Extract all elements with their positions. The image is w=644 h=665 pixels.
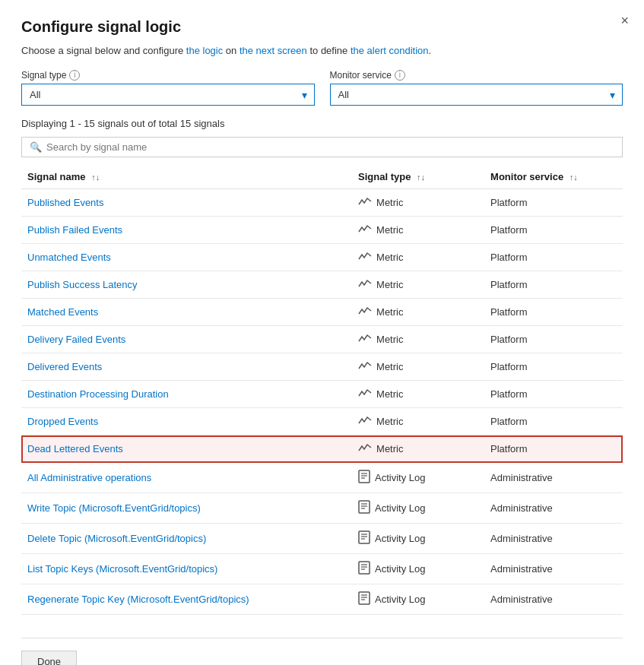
signal-name-cell[interactable]: List Topic Keys (Microsoft.EventGrid/top… [21,554,352,584]
signal-name-link[interactable]: Matched Events [27,306,98,318]
metric-icon [358,388,372,401]
signal-name-link[interactable]: Delivery Failed Events [27,334,125,345]
signal-type-cell: Metric [352,408,484,435]
monitor-service-cell: Administrative [484,463,623,493]
table-row[interactable]: Publish Success Latency MetricPlatform [21,271,623,299]
signal-name-link[interactable]: Unmatched Events [27,252,111,263]
signal-name-link[interactable]: Destination Processing Duration [27,388,169,400]
signal-name-cell[interactable]: Matched Events [21,299,352,326]
signal-type-select[interactable]: All Metric Activity Log [21,84,315,106]
signal-name-link[interactable]: Dropped Events [27,416,98,427]
table-row[interactable]: Write Topic (Microsoft.EventGrid/topics)… [21,493,623,524]
col-header-signal-type[interactable]: Signal type ↑↓ [352,165,484,189]
table-row[interactable]: Dropped Events MetricPlatform [21,408,623,435]
close-button[interactable]: × [620,14,629,27]
signal-type-cell: Metric [352,353,484,381]
signal-name-link[interactable]: List Topic Keys (Microsoft.EventGrid/top… [27,563,217,575]
signal-name-cell[interactable]: Publish Success Latency [21,271,352,299]
table-header-row: Signal name ↑↓ Signal type ↑↓ Monitor se… [21,165,623,189]
monitor-service-select[interactable]: All Platform Administrative [330,84,623,106]
metric-icon [358,415,372,428]
signal-name-cell[interactable]: Write Topic (Microsoft.EventGrid/topics) [21,493,352,524]
signal-name-cell[interactable]: Delivered Events [21,353,352,381]
signal-type-label: Metric [376,279,403,290]
signal-name-cell[interactable]: Delete Topic (Microsoft.EventGrid/topics… [21,524,352,554]
activity-log-icon [358,591,370,607]
col-header-monitor-service[interactable]: Monitor service ↑↓ [484,165,623,189]
signal-type-label: Metric [376,252,403,263]
display-count: Displaying 1 - 15 signals out of total 1… [21,118,623,129]
signal-type-label: Metric [376,416,403,427]
signal-name-cell[interactable]: Destination Processing Duration [21,381,352,408]
monitor-service-cell: Platform [484,326,623,353]
sort-icon-signal-name: ↑↓ [91,173,100,182]
monitor-service-cell: Administrative [484,493,623,524]
signal-type-cell: Activity Log [352,584,484,615]
monitor-service-cell: Platform [484,189,623,217]
table-row[interactable]: List Topic Keys (Microsoft.EventGrid/top… [21,554,623,584]
signal-name-link[interactable]: Delete Topic (Microsoft.EventGrid/topics… [27,533,206,544]
table-row[interactable]: Unmatched Events MetricPlatform [21,244,623,271]
signal-type-cell: Metric [352,381,484,408]
monitor-service-cell: Administrative [484,554,623,584]
search-input[interactable] [46,141,614,153]
table-row[interactable]: Delete Topic (Microsoft.EventGrid/topics… [21,524,623,554]
monitor-service-cell: Platform [484,244,623,271]
signal-type-cell: Activity Log [352,524,484,554]
signal-type-cell: Activity Log [352,493,484,524]
done-button[interactable]: Done [21,651,77,665]
signals-table: Signal name ↑↓ Signal type ↑↓ Monitor se… [21,165,623,615]
signal-name-link[interactable]: Publish Success Latency [27,279,138,290]
signal-name-cell[interactable]: Unmatched Events [21,244,352,271]
table-row[interactable]: Matched Events MetricPlatform [21,299,623,326]
table-row[interactable]: Publish Failed Events MetricPlatform [21,217,623,244]
signal-type-cell: Activity Log [352,554,484,584]
signal-type-cell: Activity Log [352,463,484,493]
svg-rect-8 [359,531,370,543]
signal-type-label: Activity Log [375,563,425,575]
metric-icon [358,251,372,264]
signal-name-cell[interactable]: Regenerate Topic Key (Microsoft.EventGri… [21,584,352,615]
signal-name-cell[interactable]: Dropped Events [21,408,352,435]
signal-type-label: Activity Log [375,502,425,514]
table-row[interactable]: All Administrative operations Activity L… [21,463,623,493]
signal-name-link[interactable]: All Administrative operations [27,472,151,483]
signal-type-select-wrapper: All Metric Activity Log [21,84,315,106]
monitor-service-cell: Platform [484,217,623,244]
sort-icon-signal-type: ↑↓ [417,173,425,182]
signal-name-link[interactable]: Regenerate Topic Key (Microsoft.EventGri… [27,594,249,605]
signal-type-label: Metric [376,197,403,208]
signal-name-link[interactable]: Write Topic (Microsoft.EventGrid/topics) [27,502,201,514]
signal-name-cell[interactable]: Published Events [21,189,352,217]
signal-type-label: Metric [376,306,403,318]
signal-name-cell[interactable]: All Administrative operations [21,463,352,493]
signal-name-link[interactable]: Dead Lettered Events [27,443,123,454]
table-row[interactable]: Regenerate Topic Key (Microsoft.EventGri… [21,584,623,615]
signal-type-cell: Metric [352,244,484,271]
metric-icon [358,360,372,373]
signal-name-cell[interactable]: Delivery Failed Events [21,326,352,353]
table-row[interactable]: Destination Processing Duration MetricPl… [21,381,623,408]
sort-icon-monitor-service: ↑↓ [569,173,578,182]
signal-type-label: Activity Log [375,533,425,544]
table-row[interactable]: Delivery Failed Events MetricPlatform [21,326,623,353]
signal-type-label: Activity Log [375,472,425,483]
table-row[interactable]: Delivered Events MetricPlatform [21,353,623,381]
signal-type-info-icon: i [69,70,80,81]
table-row[interactable]: Dead Lettered Events MetricPlatform [21,435,623,463]
filters-row: Signal type i All Metric Activity Log Mo… [21,70,623,106]
configure-signal-dialog: Configure signal logic × Choose a signal… [0,0,644,665]
dialog-footer: Done [21,638,623,665]
signal-name-link[interactable]: Delivered Events [27,361,102,372]
signal-name-link[interactable]: Published Events [27,197,103,208]
signal-name-cell[interactable]: Dead Lettered Events [21,435,352,463]
signal-name-cell[interactable]: Publish Failed Events [21,217,352,244]
svg-rect-12 [359,562,370,574]
col-header-signal-name[interactable]: Signal name ↑↓ [21,165,352,189]
monitor-service-cell: Platform [484,353,623,381]
monitor-service-cell: Administrative [484,524,623,554]
signal-name-link[interactable]: Publish Failed Events [27,224,122,236]
signal-type-label: Signal type i [21,70,315,81]
table-row[interactable]: Published Events MetricPlatform [21,189,623,217]
svg-rect-16 [359,592,370,604]
